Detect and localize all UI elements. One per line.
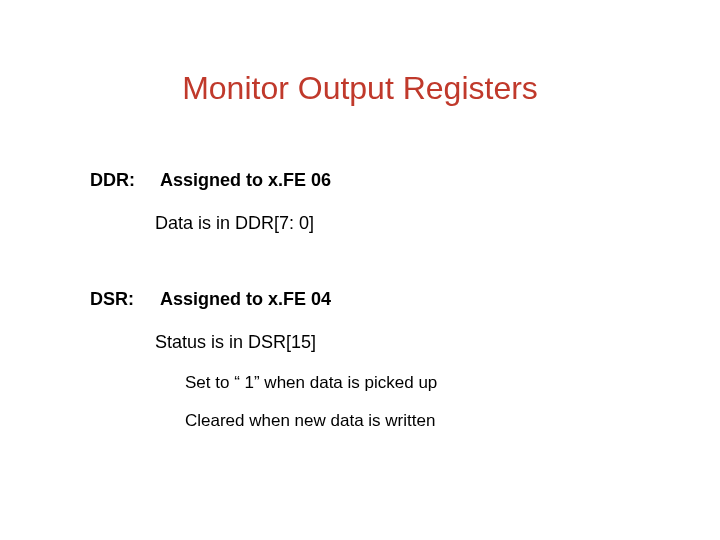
register-label: DSR:: [90, 289, 160, 310]
register-detail: Status is in DSR[15]: [155, 332, 650, 353]
register-header: DSR: Assigned to x.FE 04: [90, 289, 650, 310]
register-label: DDR:: [90, 170, 160, 191]
slide-title: Monitor Output Registers: [0, 70, 720, 107]
register-header: DDR: Assigned to x.FE 06: [90, 170, 650, 191]
register-bullet: Cleared when new data is written: [185, 411, 650, 431]
register-block-ddr: DDR: Assigned to x.FE 06 Data is in DDR[…: [90, 170, 650, 234]
content-area: DDR: Assigned to x.FE 06 Data is in DDR[…: [90, 170, 650, 486]
register-assigned: Assigned to x.FE 06: [160, 170, 331, 191]
register-detail: Data is in DDR[7: 0]: [155, 213, 650, 234]
register-bullet: Set to “ 1” when data is picked up: [185, 373, 650, 393]
register-block-dsr: DSR: Assigned to x.FE 04 Status is in DS…: [90, 289, 650, 431]
register-assigned: Assigned to x.FE 04: [160, 289, 331, 310]
